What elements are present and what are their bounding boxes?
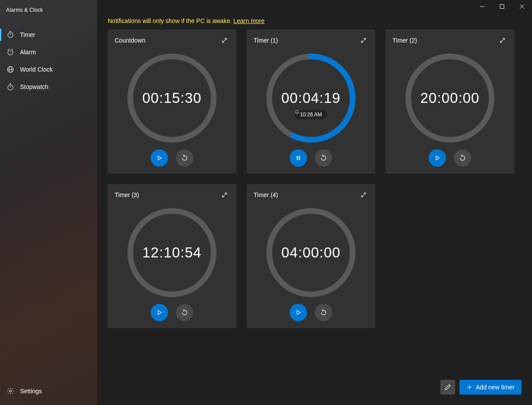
svg-line-6 xyxy=(12,49,13,50)
svg-line-27 xyxy=(500,38,504,42)
timer-name: Timer (3) xyxy=(115,191,139,198)
reset-button[interactable] xyxy=(176,304,193,321)
timer-card: Timer (4) 04:00:00 xyxy=(247,184,375,328)
play-button[interactable] xyxy=(151,304,168,321)
bell-icon xyxy=(295,110,300,115)
edit-timers-button[interactable] xyxy=(440,380,455,395)
pause-button[interactable] xyxy=(290,149,307,167)
svg-point-28 xyxy=(408,56,492,140)
reset-button[interactable] xyxy=(454,149,471,167)
timer-dial: 12:10:54 xyxy=(127,208,217,297)
timer-card: Timer (3) 12:10:54 xyxy=(108,184,236,328)
titlebar xyxy=(97,0,532,14)
play-button[interactable] xyxy=(290,304,307,321)
svg-marker-32 xyxy=(158,310,162,314)
notification-banner: Notifications will only show if the PC i… xyxy=(97,14,532,30)
sidebar-item-stopwatch[interactable]: Stopwatch xyxy=(0,78,97,95)
expand-icon xyxy=(360,37,367,44)
learn-more-link[interactable]: Learn more xyxy=(233,17,264,24)
notice-text: Notifications will only show if the PC i… xyxy=(108,17,233,24)
reset-button[interactable] xyxy=(315,149,332,167)
add-new-timer-button[interactable]: Add new timer xyxy=(459,380,522,395)
expand-icon xyxy=(499,37,506,44)
reset-icon xyxy=(459,155,466,161)
svg-point-34 xyxy=(269,211,353,294)
svg-rect-25 xyxy=(297,156,298,160)
reset-button[interactable] xyxy=(315,304,332,321)
sidebar-item-label: Timer xyxy=(20,31,35,38)
stopwatch-icon xyxy=(6,82,15,91)
timer-card: Timer (2) 20:00:00 xyxy=(386,30,514,174)
sidebar-item-label: World Clock xyxy=(20,66,53,73)
timer-dial: 04:00:00 xyxy=(266,208,356,297)
timer-name: Timer (2) xyxy=(393,37,417,44)
timer-grid: Countdown 00:15:30 Timer (1) xyxy=(97,30,532,328)
sidebar-item-label: Alarm xyxy=(20,49,36,56)
reset-icon xyxy=(320,309,327,316)
reset-icon xyxy=(181,155,188,161)
timer-dial: 20:00:00 xyxy=(405,53,495,143)
svg-marker-21 xyxy=(158,156,162,160)
svg-line-33 xyxy=(361,193,365,197)
play-button[interactable] xyxy=(151,149,168,167)
add-button-label: Add new timer xyxy=(476,384,515,391)
timer-name: Timer (4) xyxy=(254,191,278,198)
timer-icon xyxy=(6,30,15,39)
globe-icon xyxy=(6,65,15,74)
svg-rect-26 xyxy=(299,156,300,160)
expand-button[interactable] xyxy=(220,36,229,45)
timer-card: Timer (1) 00:04:19 10:26 AM xyxy=(247,30,375,174)
maximize-button[interactable] xyxy=(492,0,512,13)
timer-dial: 00:15:30 xyxy=(127,53,217,143)
svg-marker-35 xyxy=(297,310,301,314)
nav: Timer Alarm World Clock Stopwatch xyxy=(0,26,97,95)
svg-point-20 xyxy=(130,56,214,140)
timer-dial: 00:04:19 10:26 AM xyxy=(266,53,356,143)
bottom-toolbar: Add new timer xyxy=(440,380,522,395)
reset-button[interactable] xyxy=(176,149,193,167)
app-title: Alarms & Clock xyxy=(0,3,97,18)
main: Notifications will only show if the PC i… xyxy=(97,0,532,405)
sidebar-item-label: Settings xyxy=(20,388,42,395)
sidebar-item-alarm[interactable]: Alarm xyxy=(0,43,97,61)
expand-button[interactable] xyxy=(359,190,368,200)
expand-button[interactable] xyxy=(220,190,229,200)
expand-button[interactable] xyxy=(359,36,368,45)
reset-icon xyxy=(181,309,188,316)
sidebar-item-settings[interactable]: Settings xyxy=(0,382,97,400)
bell-time-chip: 10:26 AM xyxy=(295,110,327,119)
expand-icon xyxy=(221,191,228,198)
expand-icon xyxy=(360,191,367,198)
reset-icon xyxy=(320,155,327,161)
timer-name: Countdown xyxy=(115,37,145,44)
svg-point-14 xyxy=(10,390,12,392)
minimize-button[interactable] xyxy=(472,0,492,13)
sidebar-item-world-clock[interactable]: World Clock xyxy=(0,61,97,78)
sidebar-item-label: Stopwatch xyxy=(20,83,48,90)
sidebar-item-timer[interactable]: Timer xyxy=(0,26,97,43)
bell-time-text: 10:26 AM xyxy=(300,112,322,118)
svg-line-30 xyxy=(222,193,226,197)
sidebar: Alarms & Clock Timer Alarm World Clock S… xyxy=(0,0,97,405)
play-button[interactable] xyxy=(429,149,446,167)
svg-line-22 xyxy=(361,38,365,42)
gear-icon xyxy=(6,387,15,395)
close-button[interactable] xyxy=(512,0,532,13)
expand-icon xyxy=(221,37,228,44)
svg-point-31 xyxy=(130,211,214,294)
svg-line-4 xyxy=(10,52,11,53)
svg-marker-29 xyxy=(436,156,439,160)
timer-name: Timer (1) xyxy=(254,37,278,44)
svg-rect-16 xyxy=(500,5,504,9)
expand-button[interactable] xyxy=(498,36,507,45)
timer-card: Countdown 00:15:30 xyxy=(108,30,236,174)
alarm-icon xyxy=(6,48,15,56)
svg-line-19 xyxy=(222,38,226,42)
svg-line-5 xyxy=(8,49,9,50)
